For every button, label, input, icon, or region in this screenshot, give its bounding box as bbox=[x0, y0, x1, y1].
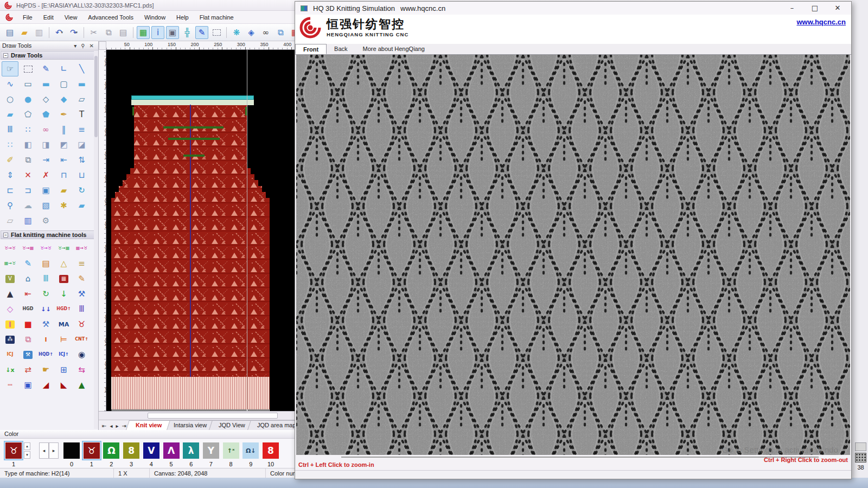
hqcnc-link[interactable]: www.hqcnc.cn bbox=[796, 18, 846, 26]
insert-row-right-icon[interactable]: ⇤ bbox=[55, 152, 72, 168]
pages-icon[interactable]: ⧉ bbox=[274, 26, 287, 39]
image-cut-icon[interactable]: ▧ bbox=[37, 198, 54, 213]
triangle-red-icon[interactable]: ◣ bbox=[55, 377, 72, 393]
ma-icon[interactable]: MA bbox=[55, 317, 72, 332]
loop-convert-6-icon[interactable]: ▦→♉ bbox=[2, 256, 18, 271]
down-arrows-icon[interactable]: ↓↓ bbox=[37, 301, 54, 317]
layers-icon[interactable]: ≡ bbox=[73, 256, 90, 271]
menu-item-advanceed-tools[interactable]: Advanceed Tools bbox=[82, 12, 139, 23]
collapse-box-icon[interactable]: − bbox=[3, 233, 8, 237]
vneck-icon[interactable]: V bbox=[2, 271, 18, 286]
spinner-up-icon[interactable]: ▲ bbox=[24, 442, 30, 450]
ibeam-icon[interactable]: I bbox=[37, 332, 54, 347]
door-export-icon[interactable]: ⇤ bbox=[20, 286, 36, 301]
orange-bars-icon[interactable]: ⊨ bbox=[55, 332, 72, 347]
diamond-icon[interactable]: ◇ bbox=[37, 92, 54, 107]
pink-dashes-icon[interactable]: ┅ bbox=[2, 377, 18, 393]
magic-wand-icon[interactable]: ✱ bbox=[55, 198, 72, 213]
small-squares-icon[interactable]: ∷ bbox=[2, 137, 18, 152]
rounded-rect-icon[interactable]: ▢ bbox=[55, 76, 72, 92]
menu-item-window[interactable]: Window bbox=[139, 12, 171, 23]
menu-item-flat-machine[interactable]: Flat machine bbox=[194, 12, 239, 23]
pattern-ball-icon[interactable]: ◉ bbox=[73, 347, 90, 362]
swap-squares-icon[interactable]: ⇄ bbox=[20, 362, 36, 377]
gold-eraser-icon[interactable]: ▰ bbox=[55, 183, 72, 198]
chain-icon[interactable]: ∞ bbox=[37, 122, 54, 137]
redo-green-icon[interactable]: ↻ bbox=[37, 286, 54, 301]
eraser-blue-icon[interactable]: ▰ bbox=[73, 198, 90, 213]
note-edit-icon[interactable]: ✎ bbox=[73, 271, 90, 286]
screwdriver-icon[interactable]: ⚒ bbox=[73, 286, 90, 301]
icj-up-icon[interactable]: ICJ↑ bbox=[55, 347, 72, 362]
menu-item-help[interactable]: Help bbox=[171, 12, 194, 23]
fill-bucket-1-icon[interactable]: ◧ bbox=[20, 137, 36, 152]
knife-pen-icon[interactable]: ✐ bbox=[2, 152, 18, 168]
marquee-tool-icon[interactable] bbox=[210, 26, 223, 39]
hgd-up-icon[interactable]: HGD↑ bbox=[55, 301, 72, 317]
diamond-filled-icon[interactable]: ◆ bbox=[55, 92, 72, 107]
redo-icon[interactable]: ↷▾ bbox=[67, 26, 80, 39]
ellipse-filled-icon[interactable]: ● bbox=[20, 92, 36, 107]
camo-pattern-icon[interactable]: ⁂ bbox=[2, 332, 18, 347]
h-bars-icon[interactable]: ≡ bbox=[73, 122, 90, 137]
sim-tab-back[interactable]: Back bbox=[327, 44, 355, 54]
close-icon[interactable]: ✕ bbox=[826, 2, 849, 15]
toolkit-icon[interactable]: ⚒ bbox=[20, 347, 36, 362]
red-grid-icon[interactable]: ▦ bbox=[55, 271, 72, 286]
sweater-shape-icon[interactable]: ⌂ bbox=[20, 271, 36, 286]
hgd-icon[interactable]: HGD bbox=[20, 301, 36, 317]
maximize-icon[interactable]: □ bbox=[803, 2, 826, 15]
spinner-down-icon[interactable]: ▼ bbox=[24, 451, 30, 459]
fill-bucket-2-icon[interactable]: ◨ bbox=[37, 137, 54, 152]
double-bars-icon[interactable]: ‖ bbox=[55, 122, 72, 137]
download-icon[interactable]: ↓ bbox=[55, 286, 72, 301]
partial-swatch[interactable] bbox=[855, 442, 866, 451]
ellipse-icon[interactable]: ○ bbox=[2, 92, 18, 107]
color-swatch-9[interactable]: Ω↓ bbox=[242, 442, 259, 459]
insert-col-icon[interactable]: ⇅ bbox=[73, 152, 90, 168]
pattern-canvas[interactable] bbox=[106, 50, 296, 411]
yarn-bars-icon[interactable]: ‖ bbox=[2, 317, 18, 332]
section-draw-tools[interactable]: − Draw Tools bbox=[1, 51, 98, 60]
knit-simulation-view[interactable] bbox=[296, 55, 850, 455]
color-swatch-8[interactable]: ↑ˣ bbox=[223, 442, 239, 459]
stair-red-icon[interactable]: ◢ bbox=[37, 377, 54, 393]
cloud-icon[interactable]: ☁ bbox=[20, 198, 36, 213]
network-icon[interactable]: △ bbox=[55, 256, 72, 271]
view-tab-knit-view[interactable]: Knit view bbox=[126, 420, 170, 430]
layout-squares-icon[interactable]: ⊞ bbox=[55, 362, 72, 377]
fill-bucket-4-icon[interactable]: ◪ bbox=[73, 137, 90, 152]
pyramid-icon[interactable]: ▲ bbox=[2, 286, 18, 301]
copy-icon[interactable]: ⧉ bbox=[102, 26, 115, 39]
refresh-icon[interactable]: ↻ bbox=[73, 183, 90, 198]
color-swatch-5[interactable]: Λ bbox=[163, 442, 180, 459]
canvas-horizontal-scrollbar[interactable] bbox=[99, 411, 296, 420]
copy-pages-icon[interactable]: ⧉ bbox=[20, 152, 36, 168]
needle-bars-icon[interactable]: Ⅲ bbox=[37, 271, 54, 286]
menu-item-file[interactable]: File bbox=[17, 12, 38, 23]
hand-stamp-icon[interactable]: ☛ bbox=[37, 362, 54, 377]
view-nav-arrow-1[interactable]: ◂ bbox=[108, 423, 113, 429]
move-cross-icon[interactable]: ╬ bbox=[181, 26, 194, 39]
polygon-icon[interactable]: ⬠ bbox=[20, 107, 36, 122]
gear-icon[interactable]: ⚙ bbox=[37, 213, 54, 228]
view-nav-arrow-0[interactable]: ⇤ bbox=[101, 423, 107, 429]
insert-row-left-icon[interactable]: ⇥ bbox=[37, 152, 54, 168]
select-hand-icon[interactable]: ☞ bbox=[2, 61, 18, 76]
color-swatch-6[interactable]: λ bbox=[183, 442, 199, 459]
loop-red-icon[interactable]: ♉ bbox=[73, 317, 90, 332]
section-machine-tools[interactable]: − Flat knitting machine tools bbox=[1, 230, 98, 239]
loop-convert-5-icon[interactable]: ▦→♉ bbox=[73, 241, 90, 256]
grid-cols-icon[interactable]: ▥ bbox=[20, 213, 36, 228]
rounded-rect-filled-icon[interactable]: ▬ bbox=[73, 76, 90, 92]
panel-scrollbar[interactable] bbox=[94, 50, 98, 429]
collapse-box-icon[interactable]: − bbox=[3, 53, 8, 58]
binoculars-icon[interactable]: ∞ bbox=[259, 26, 272, 39]
menu-item-view[interactable]: View bbox=[59, 12, 83, 23]
pen-tool-icon[interactable]: ✎ bbox=[195, 26, 208, 39]
selected-color-preview[interactable]: ♉ bbox=[5, 442, 22, 459]
frame-left-icon[interactable]: ⊏ bbox=[2, 183, 18, 198]
parallelogram-filled-icon[interactable]: ▰ bbox=[2, 107, 18, 122]
color-scroll-right-icon[interactable]: ▸ bbox=[49, 442, 59, 459]
minimize-icon[interactable]: – bbox=[781, 2, 803, 15]
